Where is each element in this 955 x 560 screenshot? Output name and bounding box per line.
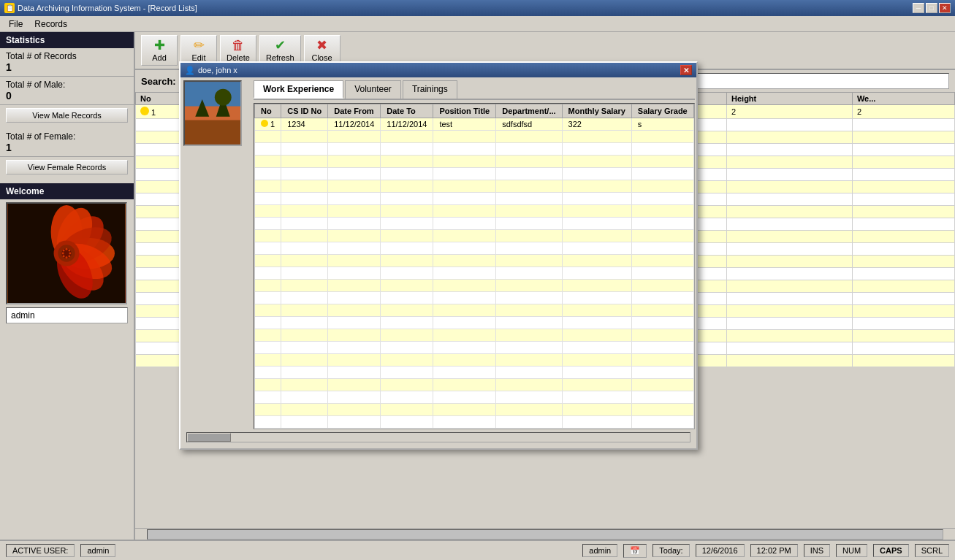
- modal-title-bar: 👤 doe, john x ✕: [180, 63, 696, 77]
- modal-empty-row: [255, 391, 694, 404]
- modal-scrollbar-thumb: [187, 433, 231, 442]
- status-bar: ACTIVE USER: admin admin 📅 Today: 12/6/2…: [0, 540, 955, 560]
- modal-col-grade: Salary Grade: [631, 104, 693, 118]
- modal-col-dept: Department/...: [496, 104, 562, 118]
- modal-empty-row: [255, 379, 694, 391]
- main-layout: Statistics Total # of Records 1 Total # …: [0, 32, 955, 540]
- work-experience-table-container: No CS ID No Date From Date To Position T…: [254, 103, 695, 429]
- modal-empty-row: [255, 404, 694, 416]
- modal-close-button[interactable]: ✕: [680, 65, 692, 75]
- modal-dialog: 👤 doe, john x ✕: [179, 61, 698, 450]
- modal-tabs: Work Experience Volunteer Trainings: [254, 80, 695, 100]
- modal-empty-row: [255, 143, 694, 156]
- modal-title-text: doe, john x: [198, 66, 237, 74]
- person-image: [183, 80, 242, 146]
- modal-empty-row: [255, 304, 694, 317]
- modal-col-date-from: Date From: [328, 104, 381, 118]
- modal-cell-date-from: 11/12/2014: [328, 118, 381, 131]
- svg-rect-21: [185, 117, 240, 145]
- sidebar-username: admin: [6, 307, 128, 323]
- menu-file[interactable]: File: [3, 18, 28, 31]
- modal-table-row[interactable]: 1 1234 11/12/2014 11/12/2014 test sdfsdf…: [255, 118, 694, 131]
- minimize-button[interactable]: ─: [913, 3, 924, 13]
- modal-cell-dept: sdfsdfsd: [496, 118, 562, 131]
- modal-empty-row: [255, 354, 694, 367]
- modal-cell-csid: 1234: [281, 118, 328, 131]
- calendar-icon: 📅: [623, 544, 647, 558]
- tab-trainings[interactable]: Trainings: [403, 80, 457, 99]
- menu-bar: File Records: [0, 16, 955, 32]
- total-male-value: 0: [0, 90, 134, 105]
- sidebar: Statistics Total # of Records 1 Total # …: [0, 32, 135, 540]
- main-content: ✚ Add ✏ Edit 🗑 Delete ✔ Refresh ✖ Close …: [135, 32, 955, 540]
- title-bar: 📋 Data Archiving Information System - [R…: [0, 0, 955, 16]
- modal-cell-salary: 322: [562, 118, 631, 131]
- active-username: admin: [80, 544, 115, 557]
- modal-empty-row: [255, 416, 694, 429]
- welcome-image: [6, 202, 127, 304]
- active-user-label: ACTIVE USER:: [6, 544, 75, 557]
- total-female-value: 1: [0, 142, 134, 157]
- svg-point-17: [66, 256, 68, 258]
- modal-empty-row: [255, 205, 694, 218]
- modal-cell-position: test: [433, 118, 496, 131]
- welcome-title: Welcome: [0, 183, 134, 199]
- window-title: Data Archiving Information System - [Rec…: [18, 4, 197, 12]
- modal-empty-row: [255, 218, 694, 230]
- svg-point-18: [63, 255, 65, 257]
- svg-point-14: [68, 250, 70, 252]
- scrl-indicator: SCRL: [915, 544, 949, 557]
- view-male-records-button[interactable]: View Male Records: [6, 108, 128, 123]
- modal-empty-row: [255, 180, 694, 193]
- modal-empty-row: [255, 255, 694, 267]
- modal-content: Work Experience Volunteer Trainings No: [254, 80, 695, 429]
- modal-empty-row: [255, 156, 694, 168]
- window-controls: ─ □ ✕: [913, 3, 951, 13]
- modal-empty-row: [255, 168, 694, 180]
- admin-status: admin: [582, 544, 617, 557]
- modal-title-icon: 👤: [185, 66, 195, 75]
- modal-col-salary: Monthly Salary: [562, 104, 631, 118]
- close-window-button[interactable]: ✕: [939, 3, 951, 13]
- modal-col-date-to: Date To: [381, 104, 433, 118]
- modal-empty-row: [255, 329, 694, 342]
- modal-row-indicator: [261, 120, 268, 127]
- view-female-records-button[interactable]: View Female Records: [6, 160, 128, 174]
- modal-col-csid: CS ID No: [281, 104, 328, 118]
- modal-overlay: 👤 doe, john x ✕: [135, 32, 955, 540]
- modal-cell-date-to: 11/12/2014: [381, 118, 433, 131]
- modal-col-no: No: [255, 104, 281, 118]
- current-time: 12:02 PM: [750, 544, 798, 557]
- total-records-value: 1: [0, 61, 134, 77]
- today-label: Today:: [652, 544, 689, 557]
- modal-empty-row: [255, 367, 694, 379]
- tab-work-experience[interactable]: Work Experience: [254, 80, 343, 99]
- modal-cell-grade: s: [631, 118, 693, 131]
- modal-empty-row: [255, 317, 694, 329]
- modal-body: Work Experience Volunteer Trainings No: [180, 77, 696, 448]
- total-female-label: Total # of Female:: [0, 129, 134, 142]
- svg-point-15: [69, 253, 71, 255]
- statistics-title: Statistics: [0, 32, 134, 48]
- maximize-button[interactable]: □: [926, 3, 937, 13]
- modal-empty-row: [255, 131, 694, 143]
- modal-empty-row: [255, 230, 694, 242]
- svg-point-16: [68, 255, 70, 257]
- modal-cell-no: 1: [255, 118, 281, 131]
- num-indicator: NUM: [836, 544, 867, 557]
- today-date: 12/6/2016: [696, 544, 745, 557]
- work-experience-table: No CS ID No Date From Date To Position T…: [254, 104, 694, 429]
- svg-rect-23: [185, 82, 240, 106]
- total-male-label: Total # of Male:: [0, 77, 134, 90]
- modal-empty-row: [255, 242, 694, 255]
- modal-horizontal-scrollbar[interactable]: [186, 432, 690, 442]
- modal-empty-row: [255, 342, 694, 354]
- tab-volunteer[interactable]: Volunteer: [345, 80, 401, 99]
- modal-empty-row: [255, 280, 694, 292]
- modal-empty-row: [255, 267, 694, 280]
- modal-empty-row: [255, 193, 694, 205]
- menu-records[interactable]: Records: [28, 18, 73, 31]
- svg-point-13: [66, 248, 68, 250]
- caps-indicator: CAPS: [873, 544, 909, 557]
- svg-point-19: [62, 253, 64, 255]
